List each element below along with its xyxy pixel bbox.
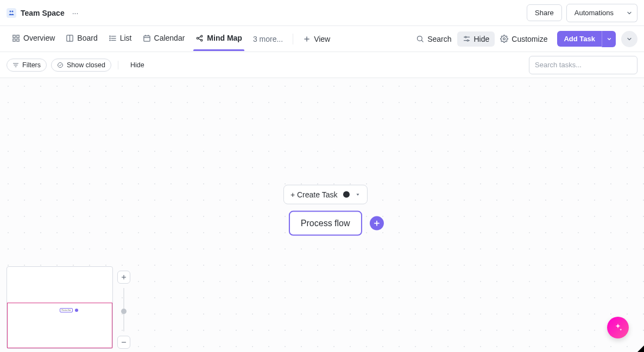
svg-line-26 bbox=[421, 40, 423, 42]
search-action[interactable]: Search bbox=[411, 31, 457, 47]
automations-chevron[interactable] bbox=[621, 4, 637, 22]
more-options-icon[interactable]: ··· bbox=[69, 8, 82, 18]
plus-icon bbox=[121, 274, 127, 280]
sliders-icon bbox=[463, 35, 471, 43]
gear-icon bbox=[500, 35, 508, 43]
zoom-controls bbox=[117, 271, 130, 349]
filter-bar: Filters Show closed Hide bbox=[0, 52, 644, 78]
automations-button[interactable]: Automations bbox=[566, 4, 622, 22]
hide-action[interactable]: Hide bbox=[457, 31, 495, 47]
plus-icon bbox=[303, 35, 311, 43]
zoom-out-button[interactable] bbox=[117, 336, 130, 349]
plus-icon bbox=[373, 219, 381, 227]
mindmap-root-node-label: Process flow bbox=[301, 218, 350, 227]
add-child-node-button[interactable] bbox=[370, 216, 384, 230]
zoom-slider-handle[interactable] bbox=[121, 309, 127, 314]
svg-rect-5 bbox=[17, 39, 19, 41]
svg-point-31 bbox=[503, 38, 506, 40]
topbar: Team Space ··· Share Automations bbox=[0, 0, 644, 26]
automations-button-label: Automations bbox=[574, 9, 614, 17]
tab-list[interactable]: List bbox=[103, 26, 137, 52]
svg-marker-36 bbox=[356, 194, 359, 195]
minimap[interactable]: Process flow bbox=[7, 266, 113, 349]
tab-overview[interactable]: Overview bbox=[7, 26, 60, 52]
svg-point-12 bbox=[110, 37, 110, 38]
minimap-viewport[interactable] bbox=[7, 303, 112, 348]
space-icon bbox=[7, 8, 16, 18]
svg-rect-2 bbox=[13, 35, 15, 37]
divider bbox=[118, 61, 118, 69]
svg-point-0 bbox=[10, 10, 11, 12]
zoom-slider[interactable] bbox=[123, 288, 124, 331]
svg-point-1 bbox=[12, 10, 14, 12]
svg-rect-3 bbox=[17, 35, 19, 37]
filters-chip-label: Filters bbox=[22, 61, 41, 69]
mindmap-root-node[interactable]: Process flow bbox=[289, 210, 362, 235]
tab-list-label: List bbox=[120, 34, 132, 42]
tab-board-label: Board bbox=[77, 34, 97, 42]
mindmap-icon bbox=[195, 34, 204, 42]
share-button-label: Share bbox=[535, 9, 554, 17]
customize-action-label: Customize bbox=[512, 35, 547, 43]
search-action-label: Search bbox=[427, 35, 451, 43]
sparkle-icon bbox=[613, 323, 623, 332]
hide-filters-link[interactable]: Hide bbox=[125, 59, 150, 71]
list-icon bbox=[109, 34, 117, 42]
search-tasks-input[interactable] bbox=[529, 56, 637, 74]
chevron-down-icon bbox=[626, 36, 633, 42]
add-task-button-label: Add Task bbox=[564, 35, 595, 43]
svg-point-13 bbox=[110, 40, 110, 40]
caret-down-icon bbox=[355, 191, 360, 197]
calendar-icon bbox=[143, 34, 151, 42]
tab-mind-map-label: Mind Map bbox=[207, 34, 242, 42]
svg-line-21 bbox=[198, 36, 201, 38]
status-dot-icon bbox=[343, 191, 349, 197]
resize-handle-icon[interactable] bbox=[637, 345, 644, 352]
add-view-button[interactable]: View bbox=[298, 35, 336, 43]
show-closed-chip[interactable]: Show closed bbox=[51, 59, 111, 72]
filters-chip[interactable]: Filters bbox=[7, 59, 47, 72]
hide-action-label: Hide bbox=[474, 35, 490, 43]
chevron-down-icon bbox=[626, 10, 633, 16]
svg-point-30 bbox=[467, 40, 469, 41]
add-task-chevron[interactable] bbox=[602, 31, 616, 47]
status-selector[interactable] bbox=[355, 189, 360, 199]
create-task-label: + Create Task bbox=[291, 190, 338, 199]
add-task-button[interactable]: Add Task bbox=[557, 31, 602, 47]
tab-calendar-label: Calendar bbox=[154, 34, 185, 42]
svg-point-11 bbox=[110, 36, 110, 36]
tab-board[interactable]: Board bbox=[60, 26, 103, 52]
share-button[interactable]: Share bbox=[527, 4, 562, 21]
minus-icon bbox=[121, 339, 127, 345]
chevron-down-icon bbox=[607, 36, 612, 42]
more-views[interactable]: 3 more... bbox=[248, 35, 288, 43]
mind-map-canvas[interactable]: + Create Task Process flow Process flow bbox=[0, 78, 644, 352]
grid-icon bbox=[12, 34, 20, 42]
svg-rect-14 bbox=[143, 36, 149, 41]
expand-button[interactable] bbox=[621, 31, 637, 47]
divider bbox=[293, 34, 293, 44]
svg-point-28 bbox=[465, 36, 466, 38]
views-bar: Overview Board List Calendar Mind Map 3 … bbox=[0, 26, 644, 52]
zoom-in-button[interactable] bbox=[117, 271, 130, 284]
tab-calendar[interactable]: Calendar bbox=[137, 26, 191, 52]
show-closed-chip-label: Show closed bbox=[67, 61, 105, 69]
space-title[interactable]: Team Space bbox=[21, 9, 65, 17]
ai-fab-button[interactable] bbox=[607, 317, 629, 338]
add-view-label: View bbox=[314, 35, 330, 43]
board-icon bbox=[66, 34, 74, 42]
search-icon bbox=[416, 35, 424, 43]
filter-icon bbox=[12, 62, 19, 68]
svg-rect-4 bbox=[13, 39, 15, 41]
check-circle-icon bbox=[57, 62, 64, 68]
svg-point-35 bbox=[58, 62, 63, 67]
create-task-button[interactable]: + Create Task bbox=[283, 184, 368, 204]
customize-action[interactable]: Customize bbox=[495, 31, 553, 47]
tab-overview-label: Overview bbox=[23, 34, 55, 42]
tab-mind-map[interactable]: Mind Map bbox=[190, 26, 248, 52]
svg-line-22 bbox=[198, 39, 201, 40]
